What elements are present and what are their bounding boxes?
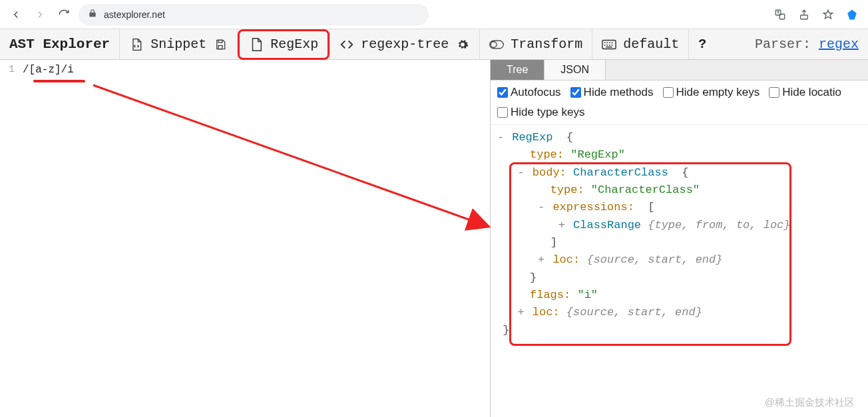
reload-button[interactable]: [55, 5, 73, 24]
regexptree-label: regexp-tree: [361, 37, 449, 52]
lock-icon: [88, 9, 97, 20]
ast-tree[interactable]: - RegExp { type: "RegExp" - body: Charac…: [491, 125, 868, 345]
code-file-icon: [129, 37, 144, 52]
share-icon[interactable]: [795, 5, 813, 24]
line-gutter: 1: [0, 60, 19, 75]
collapse-icon[interactable]: -: [537, 199, 546, 216]
opt-autofocus[interactable]: Autofocus: [497, 86, 561, 99]
language-group[interactable]: RegExp: [238, 29, 329, 60]
parser-indicator: Parser: regex: [746, 37, 868, 52]
opt-hide-location[interactable]: Hide locatio: [769, 86, 841, 99]
keyboard-icon: [602, 37, 616, 52]
default-label: default: [623, 37, 679, 52]
opt-hide-methods[interactable]: Hide methods: [570, 86, 654, 99]
bookmark-icon[interactable]: [819, 5, 837, 24]
extension-icon[interactable]: [843, 5, 861, 24]
tab-json[interactable]: JSON: [544, 60, 606, 80]
expand-icon[interactable]: +: [537, 251, 546, 269]
svg-point-6: [491, 41, 497, 47]
code-line[interactable]: /[a-z]/i: [0, 60, 490, 76]
collapse-icon[interactable]: -: [517, 164, 526, 182]
transform-group[interactable]: Transform: [480, 29, 592, 59]
app-logo[interactable]: AST Explorer: [0, 37, 119, 52]
svg-rect-2: [801, 15, 808, 19]
parser-link[interactable]: regex: [819, 37, 859, 52]
expand-icon[interactable]: +: [557, 217, 566, 234]
toggle-icon: [489, 37, 504, 52]
default-group[interactable]: default: [592, 29, 688, 59]
watermark: @稀土掘金技术社区: [765, 396, 855, 409]
forward-button[interactable]: [31, 5, 49, 24]
tab-tree[interactable]: Tree: [491, 60, 544, 80]
browser-chrome: astexplorer.net: [0, 0, 868, 29]
opt-hide-empty[interactable]: Hide empty keys: [663, 86, 760, 99]
code-icon: [339, 37, 354, 52]
svg-rect-4: [218, 45, 222, 49]
svg-rect-3: [218, 40, 222, 43]
output-panel: Tree JSON Autofocus Hide methods Hide em…: [491, 60, 868, 417]
snippet-label: Snippet: [150, 37, 206, 52]
regexp-label: RegExp: [270, 37, 318, 52]
back-button[interactable]: [7, 5, 25, 24]
parser-group[interactable]: regexp-tree: [330, 29, 479, 59]
svg-rect-7: [602, 40, 616, 49]
url-bar[interactable]: astexplorer.net: [79, 4, 429, 25]
main-split: 1 /[a-z]/i Tree JSON Autofocus Hide meth…: [0, 60, 868, 417]
opt-hide-type[interactable]: Hide type keys: [497, 106, 585, 119]
snippet-group[interactable]: Snippet: [120, 29, 237, 59]
annotation-underline: [33, 80, 85, 82]
file-icon: [249, 37, 264, 52]
transform-label: Transform: [511, 37, 582, 52]
translate-icon[interactable]: [771, 5, 789, 24]
code-editor[interactable]: 1 /[a-z]/i: [0, 60, 491, 417]
save-icon[interactable]: [213, 37, 228, 52]
app-toolbar: AST Explorer Snippet RegExp regexp-tree …: [0, 29, 868, 60]
tree-options: Autofocus Hide methods Hide empty keys H…: [491, 80, 868, 125]
collapse-icon[interactable]: -: [496, 129, 505, 146]
help-button[interactable]: ?: [689, 29, 716, 59]
expand-icon[interactable]: +: [517, 304, 526, 321]
url-text: astexplorer.net: [104, 9, 165, 20]
gear-icon[interactable]: [455, 37, 470, 52]
output-tabs: Tree JSON: [491, 60, 868, 80]
